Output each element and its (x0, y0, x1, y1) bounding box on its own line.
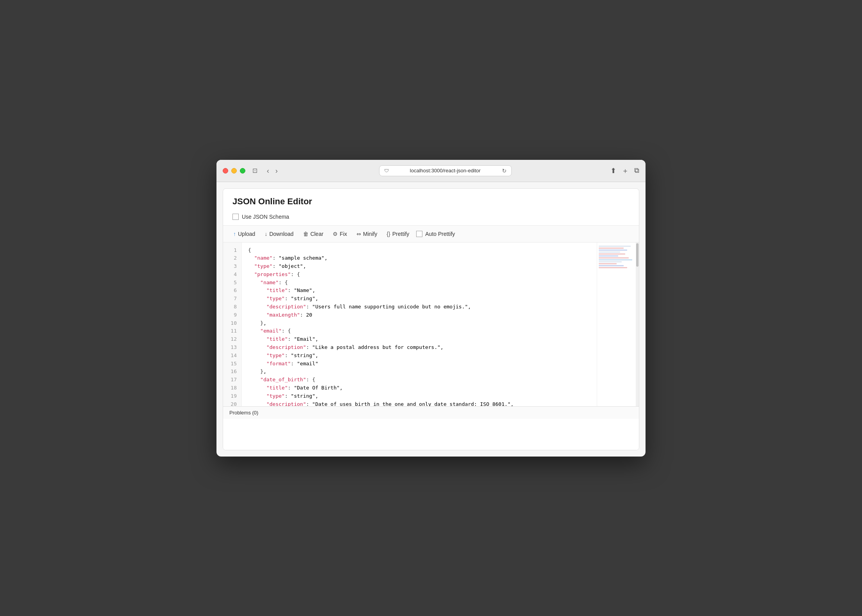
code-line: "type": "string", (248, 352, 591, 360)
minify-button[interactable]: ⇔ Minify (353, 229, 381, 239)
line-number: 6 (223, 287, 241, 295)
minimap-line (599, 261, 622, 262)
tabs-button[interactable]: ⧉ (634, 166, 639, 175)
code-line: "maxLength": 20 (248, 311, 591, 319)
line-number: 9 (223, 311, 241, 319)
line-number: 19 (223, 392, 241, 400)
line-number: 4 (223, 271, 241, 279)
minimap-line (599, 246, 631, 247)
line-number: 5 (223, 279, 241, 287)
upload-button[interactable]: ↑ Upload (229, 229, 259, 239)
fix-label: Fix (340, 231, 347, 237)
fix-icon: ⚙ (333, 231, 338, 237)
minimap-line (599, 251, 620, 253)
auto-prettify-group: Auto Prettify (416, 231, 455, 237)
browser-toolbar-right: ⬆ ＋ ⧉ (610, 166, 639, 175)
prettify-label: Prettify (392, 231, 410, 237)
refresh-button[interactable]: ↻ (502, 168, 507, 174)
code-line: "format": "email" (248, 360, 591, 368)
code-line: "title": "Name", (248, 287, 591, 295)
prettify-button[interactable]: {} Prettify (383, 229, 413, 239)
code-line: "description": "Date of uses birth in th… (248, 400, 591, 406)
line-number: 7 (223, 295, 241, 303)
auto-prettify-label: Auto Prettify (425, 231, 455, 237)
line-numbers: 1234567891011121314151617181920 (223, 243, 242, 406)
download-icon: ↓ (264, 231, 267, 237)
clear-label: Clear (310, 231, 323, 237)
minimap-line (599, 255, 618, 257)
line-number: 13 (223, 343, 241, 352)
auto-prettify-checkbox[interactable] (416, 231, 422, 237)
code-editor[interactable]: { "name": "sample schema", "type": "obje… (242, 243, 597, 406)
code-line: "type": "object", (248, 262, 591, 271)
problems-bar: Problems (0) (223, 406, 639, 419)
code-line: "name": { (248, 279, 591, 287)
download-label: Download (269, 231, 293, 237)
nav-controls: ‹ › (264, 166, 280, 175)
minify-label: Minify (363, 231, 378, 237)
minimap-line (599, 263, 617, 264)
code-line: "email": { (248, 327, 591, 335)
share-button[interactable]: ⬆ (610, 166, 616, 175)
line-number: 14 (223, 352, 241, 360)
editor-toolbar: ↑ Upload ↓ Download 🗑 Clear ⚙ Fix ⇔ Mini… (223, 225, 639, 243)
minimap-content (597, 243, 636, 406)
minimap-line (599, 267, 627, 268)
line-number: 16 (223, 368, 241, 376)
prettify-icon: {} (387, 231, 390, 237)
line-number: 20 (223, 400, 241, 406)
line-number: 10 (223, 319, 241, 327)
sidebar-toggle-button[interactable]: ⊡ (250, 166, 260, 175)
download-button[interactable]: ↓ Download (261, 229, 297, 239)
line-number: 12 (223, 335, 241, 343)
url-text: localhost:3000/react-json-editor (392, 168, 499, 173)
minimap-lines (599, 246, 634, 269)
upload-icon: ↑ (233, 231, 236, 237)
code-line: }, (248, 319, 591, 327)
code-line: "date_of_birth": { (248, 376, 591, 384)
editor-container[interactable]: 1234567891011121314151617181920 { "name"… (223, 243, 639, 406)
line-number: 17 (223, 376, 241, 384)
forward-button[interactable]: › (273, 166, 280, 175)
minify-icon: ⇔ (357, 231, 361, 237)
minimap-line (599, 250, 627, 251)
address-bar-container: 🛡 localhost:3000/react-json-editor ↻ (285, 165, 606, 176)
browser-window: ⊡ ‹ › 🛡 localhost:3000/react-json-editor… (216, 160, 646, 457)
use-json-schema-label: Use JSON Schema (242, 214, 289, 220)
line-number: 3 (223, 262, 241, 271)
code-line: "type": "string", (248, 295, 591, 303)
close-button[interactable] (223, 168, 228, 173)
upload-label: Upload (238, 231, 255, 237)
address-bar[interactable]: 🛡 localhost:3000/react-json-editor ↻ (379, 165, 512, 176)
traffic-lights (223, 168, 245, 173)
code-line: "name": "sample schema", (248, 254, 591, 262)
minimap-line (599, 259, 632, 260)
shield-icon: 🛡 (384, 168, 389, 173)
app-header: JSON Online Editor (223, 189, 639, 212)
minimap (597, 243, 636, 406)
code-line: "properties": { (248, 271, 591, 279)
back-button[interactable]: ‹ (264, 166, 271, 175)
schema-row: Use JSON Schema (223, 212, 639, 225)
new-tab-button[interactable]: ＋ (622, 166, 629, 175)
maximize-button[interactable] (240, 168, 245, 173)
minimap-line (599, 265, 624, 266)
code-line: "description": "Users full name supporti… (248, 303, 591, 311)
line-number: 1 (223, 246, 241, 255)
trash-icon: 🗑 (303, 231, 309, 237)
clear-button[interactable]: 🗑 Clear (299, 229, 327, 239)
line-number: 11 (223, 327, 241, 335)
line-number: 8 (223, 303, 241, 311)
minimap-line (599, 253, 625, 255)
title-bar: ⊡ ‹ › 🛡 localhost:3000/react-json-editor… (216, 160, 646, 182)
fix-button[interactable]: ⚙ Fix (329, 229, 351, 239)
line-number: 15 (223, 360, 241, 368)
use-json-schema-checkbox[interactable] (232, 214, 239, 220)
line-number: 18 (223, 384, 241, 392)
code-line: "type": "string", (248, 392, 591, 400)
code-line: }, (248, 368, 591, 376)
content-area: JSON Online Editor Use JSON Schema ↑ Upl… (223, 188, 639, 450)
vertical-scrollbar[interactable] (636, 243, 639, 406)
scrollbar-thumb[interactable] (636, 243, 639, 267)
minimize-button[interactable] (231, 168, 237, 173)
